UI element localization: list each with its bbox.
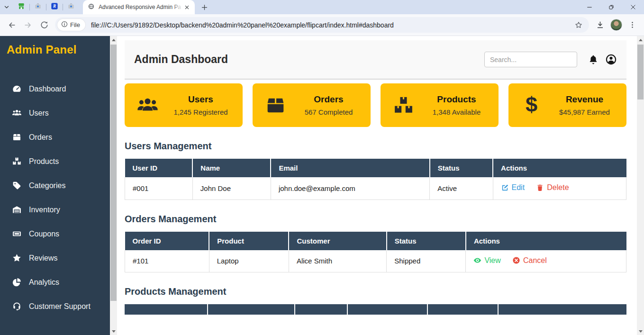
sidebar-item-dashboard[interactable]: Dashboard bbox=[0, 77, 110, 101]
sidebar-title: Admin Panel bbox=[0, 36, 110, 56]
sidebar-item-label: Coupons bbox=[29, 230, 59, 238]
stat-title: Orders bbox=[291, 94, 366, 105]
minimize-button[interactable] bbox=[579, 0, 600, 14]
svg-text:R: R bbox=[53, 4, 56, 9]
sidebar-scrollbar-track[interactable] bbox=[110, 44, 117, 327]
pie-chart-icon bbox=[12, 277, 22, 287]
stat-subtitle: 1,245 Registered bbox=[163, 108, 238, 116]
scroll-down-arrow-icon[interactable] bbox=[110, 327, 117, 335]
sidebar-item-customer-support[interactable]: Customer Support bbox=[0, 294, 110, 318]
users-section-title: Users Management bbox=[125, 141, 626, 152]
sidebar-item-users[interactable]: Users bbox=[0, 101, 110, 125]
address-bar[interactable]: File file:///C:/Users/91892/Desktop/back… bbox=[55, 17, 589, 33]
circle-x-icon bbox=[512, 256, 520, 264]
page-scrollbar[interactable] bbox=[637, 36, 644, 335]
pinned-tab-r-logo[interactable]: R bbox=[46, 0, 63, 14]
storefront-icon bbox=[18, 2, 25, 12]
orders-table: Order ID Product Customer Status Actions… bbox=[125, 232, 626, 273]
sidebar-item-reviews[interactable]: Reviews bbox=[0, 246, 110, 270]
back-button[interactable] bbox=[4, 17, 20, 33]
stat-card-users[interactable]: Users 1,245 Registered bbox=[125, 83, 243, 127]
column-header: Status bbox=[387, 232, 466, 250]
sidebar-item-categories[interactable]: Categories bbox=[0, 173, 110, 198]
sidebar-item-label: Categories bbox=[29, 181, 65, 190]
page-scrollbar-track[interactable] bbox=[637, 44, 644, 327]
cancel-link[interactable]: Cancel bbox=[512, 256, 547, 265]
products-table-header-row bbox=[125, 304, 626, 315]
bell-icon[interactable] bbox=[588, 54, 599, 65]
info-icon bbox=[61, 21, 68, 29]
column-header: Status bbox=[430, 159, 493, 177]
maximize-restore-button[interactable] bbox=[600, 0, 622, 14]
column-header bbox=[427, 304, 498, 315]
tab-search-chevron-icon[interactable] bbox=[0, 4, 13, 10]
scroll-up-arrow-icon[interactable] bbox=[637, 36, 644, 44]
column-header bbox=[347, 304, 427, 315]
browser-window: R Advanced Responsive Admin Pa bbox=[0, 0, 644, 335]
order-customer-cell: Alice Smith bbox=[289, 250, 386, 272]
sidebar-item-label: Customer Support bbox=[29, 302, 91, 311]
sidebar-scrollbar-thumb[interactable] bbox=[110, 45, 117, 301]
stat-card-orders[interactable]: Orders 567 Completed bbox=[253, 83, 371, 127]
stat-card-products[interactable]: Products 1,348 Available bbox=[381, 83, 499, 127]
stat-title: Products bbox=[419, 94, 494, 105]
headset-icon bbox=[12, 301, 22, 311]
page-body: Admin Panel Dashboard Users bbox=[0, 36, 644, 335]
file-chip-label: File bbox=[70, 21, 80, 28]
sidebar: Admin Panel Dashboard Users bbox=[0, 36, 110, 335]
view-link[interactable]: View bbox=[473, 256, 500, 265]
reload-button[interactable] bbox=[36, 17, 52, 33]
close-window-button[interactable] bbox=[622, 0, 644, 14]
column-header: Customer bbox=[289, 232, 386, 250]
page-scrollbar-thumb[interactable] bbox=[637, 45, 644, 100]
delete-link[interactable]: Delete bbox=[536, 183, 569, 192]
forward-button[interactable] bbox=[20, 17, 36, 33]
sidebar-item-label: Users bbox=[29, 109, 49, 118]
sidebar-item-products[interactable]: Products bbox=[0, 149, 110, 173]
table-row: #101 Laptop Alice Smith Shipped View bbox=[125, 250, 626, 272]
sidebar-item-analytics[interactable]: Analytics bbox=[0, 270, 110, 294]
tag-icon bbox=[12, 181, 22, 190]
browser-menu-icon[interactable] bbox=[624, 17, 640, 33]
dashboard-header: Admin Dashboard bbox=[125, 40, 626, 80]
boxes-icon bbox=[12, 156, 22, 166]
search-input[interactable] bbox=[484, 52, 577, 67]
user-name-cell: John Doe bbox=[192, 177, 271, 199]
user-circle-icon[interactable] bbox=[605, 54, 617, 65]
new-tab-button[interactable] bbox=[198, 0, 211, 14]
sidebar-item-inventory[interactable]: Inventory bbox=[0, 198, 110, 222]
ticket-icon bbox=[12, 229, 22, 239]
pinned-tab-briefcase-2[interactable] bbox=[63, 0, 79, 14]
url-text[interactable]: file:///C:/Users/91892/Desktop/backend%2… bbox=[91, 21, 572, 29]
site-info-chip[interactable]: File bbox=[57, 19, 85, 31]
sidebar-item-label: Products bbox=[29, 157, 59, 166]
orders-section-title: Orders Management bbox=[125, 214, 626, 225]
edit-link[interactable]: Edit bbox=[501, 183, 525, 192]
column-header: Email bbox=[271, 159, 429, 177]
sidebar-item-coupons[interactable]: Coupons bbox=[0, 222, 110, 246]
sidebar-item-label: Inventory bbox=[29, 206, 60, 214]
downloads-icon[interactable] bbox=[592, 17, 608, 33]
table-row: #001 John Doe john.doe@example.com Activ… bbox=[125, 177, 626, 199]
scroll-down-arrow-icon[interactable] bbox=[637, 327, 644, 335]
box-icon bbox=[12, 132, 22, 142]
stat-subtitle: $45,987 Earned bbox=[547, 108, 622, 116]
sidebar-item-orders[interactable]: Orders bbox=[0, 125, 110, 149]
active-tab[interactable]: Advanced Responsive Admin Pa bbox=[83, 0, 195, 14]
stat-cards: Users 1,245 Registered Orders 567 Comple… bbox=[125, 83, 626, 127]
column-header: Product bbox=[209, 232, 289, 250]
profile-avatar[interactable] bbox=[608, 17, 624, 33]
pinned-tab-briefcase[interactable] bbox=[30, 0, 46, 14]
sidebar-menu: Dashboard Users Orders bbox=[0, 77, 110, 318]
bookmark-star-icon[interactable] bbox=[572, 21, 585, 29]
tab-strip: R Advanced Responsive Admin Pa bbox=[0, 0, 644, 14]
stat-card-revenue[interactable]: $ Revenue $45,987 Earned bbox=[508, 83, 626, 127]
users-table-header-row: User ID Name Email Status Actions bbox=[125, 159, 626, 177]
star-icon bbox=[12, 253, 22, 263]
user-actions-cell: Edit Delete bbox=[493, 177, 626, 199]
scroll-up-arrow-icon[interactable] bbox=[110, 36, 117, 44]
stat-card-text: Users 1,245 Registered bbox=[159, 94, 243, 116]
sidebar-scrollbar[interactable] bbox=[110, 36, 117, 335]
tab-close-icon[interactable] bbox=[182, 3, 191, 11]
pinned-tab-storefront[interactable] bbox=[13, 0, 29, 14]
